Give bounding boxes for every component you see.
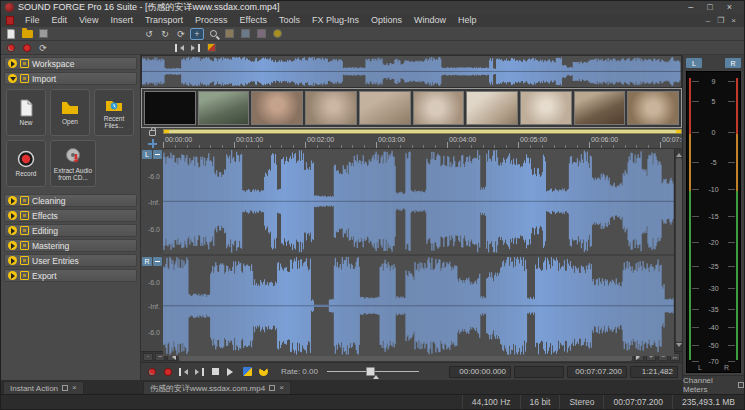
sidebar-section-workspace[interactable]: Workspace — [4, 57, 137, 70]
menu-file[interactable]: File — [19, 14, 46, 27]
position-display[interactable]: 00:00:00.000 — [449, 366, 511, 378]
vertical-scrollbar[interactable] — [674, 149, 682, 351]
length-field[interactable]: 00:07:07.200 — [603, 395, 672, 409]
video-thumbnail[interactable] — [305, 91, 357, 125]
zoom-ratio-display[interactable]: 1:21,482 — [630, 366, 678, 378]
length-display[interactable]: 00:07:07.200 — [567, 366, 627, 378]
maximize-button[interactable]: □ — [707, 1, 712, 14]
video-thumbnail[interactable] — [198, 91, 250, 125]
sample-rate-field[interactable]: 44,100 Hz — [462, 395, 520, 409]
remote-record-toggle[interactable] — [4, 42, 18, 54]
edit-tool-button[interactable]: + — [190, 28, 204, 40]
minimize-channel-button[interactable] — [153, 150, 162, 159]
meter-left-button[interactable]: L — [686, 58, 702, 68]
move-cross-icon[interactable] — [148, 139, 157, 148]
loop-region[interactable] — [163, 129, 682, 134]
loop-playback-button[interactable] — [257, 365, 270, 378]
minimize-button[interactable]: – — [688, 1, 693, 14]
open-file-button[interactable] — [20, 28, 34, 40]
menu-window[interactable]: Window — [408, 14, 452, 27]
channels-field[interactable]: Stereo — [559, 395, 603, 409]
remote-record-button[interactable] — [270, 28, 284, 40]
video-thumbnail[interactable] — [627, 91, 679, 125]
save-button[interactable] — [36, 28, 50, 40]
extract-audio-button[interactable]: Extract Audio from CD... — [50, 140, 96, 187]
minimize-channel-button[interactable] — [153, 257, 162, 266]
sidebar-section-export[interactable]: Export — [4, 269, 137, 282]
channel-meters-title[interactable]: Channel Meters — [683, 375, 744, 394]
sidebar-section-effects[interactable]: Effects — [4, 209, 137, 222]
video-thumbnail[interactable] — [466, 91, 518, 125]
selection-display[interactable] — [514, 366, 564, 378]
envelope-tool-button[interactable] — [238, 28, 252, 40]
doc-minimize-button[interactable]: – — [706, 16, 710, 25]
record-remote-button[interactable] — [145, 365, 158, 378]
menu-options[interactable]: Options — [365, 14, 408, 27]
overview-waveform[interactable] — [141, 55, 682, 88]
go-to-start-toolbar-button[interactable] — [172, 42, 186, 54]
recent-files-button[interactable]: Recent Files... — [94, 89, 134, 136]
float-window-icon[interactable] — [738, 382, 744, 388]
doc-close-button[interactable]: × — [731, 16, 736, 25]
marker-tool-button[interactable] — [204, 42, 218, 54]
magnify-tool-button[interactable] — [206, 28, 220, 40]
close-icon[interactable]: × — [72, 384, 77, 392]
sidebar-section-editing[interactable]: Editing — [4, 224, 137, 237]
redo-button[interactable]: ↻ — [158, 28, 172, 40]
video-thumbnail[interactable] — [251, 91, 303, 125]
vertical-scroll-thumb[interactable] — [676, 158, 682, 342]
stop-button[interactable] — [209, 365, 222, 378]
time-ruler[interactable]: 00:00:0000:01:0000:02:0000:03:0000:04:00… — [163, 135, 682, 149]
menu-transport[interactable]: Transport — [139, 14, 189, 27]
record-toolbar-button[interactable] — [20, 42, 34, 54]
right-channel-badge[interactable]: R — [142, 257, 152, 266]
doc-restore-button[interactable]: ❐ — [717, 16, 724, 25]
play-clipboard-button[interactable] — [241, 365, 254, 378]
menu-help[interactable]: Help — [452, 14, 483, 27]
rate-slider[interactable] — [327, 365, 419, 378]
video-thumbnail[interactable] — [359, 91, 411, 125]
video-thumbnail[interactable] — [144, 91, 196, 125]
file-tab[interactable]: 伤感的安详www.ssdax.com.mp4 × — [143, 381, 291, 394]
go-to-end-toolbar-button[interactable] — [188, 42, 202, 54]
record-button[interactable]: Record — [6, 140, 46, 187]
waveform-left-channel[interactable] — [163, 149, 674, 254]
rate-display[interactable]: Rate: 0.00 — [281, 367, 318, 376]
menu-effects[interactable]: Effects — [234, 14, 273, 27]
float-window-icon[interactable] — [62, 385, 68, 391]
close-icon[interactable]: × — [279, 384, 284, 392]
menu-edit[interactable]: Edit — [46, 14, 74, 27]
video-thumbnail[interactable] — [413, 91, 465, 125]
sidebar-section-import[interactable]: Import — [4, 72, 137, 85]
menu-tools[interactable]: Tools — [273, 14, 306, 27]
scroll-up-icon[interactable] — [676, 150, 682, 157]
go-to-start-button[interactable] — [177, 365, 190, 378]
scroll-down-icon[interactable] — [676, 343, 682, 350]
waveform-right-channel[interactable] — [163, 256, 674, 356]
go-to-end-button[interactable] — [193, 365, 206, 378]
loop-region-bar[interactable] — [163, 128, 682, 135]
bit-depth-field[interactable]: 16 bit — [520, 395, 560, 409]
loop-toolbar-button[interactable]: ⟳ — [36, 42, 50, 54]
menu-process[interactable]: Process — [189, 14, 234, 27]
event-tool-button[interactable] — [254, 28, 268, 40]
sidebar-section-cleaning[interactable]: Cleaning — [4, 194, 137, 207]
undo-button[interactable]: ↺ — [142, 28, 156, 40]
play-button[interactable] — [225, 365, 238, 378]
meter-right-button[interactable]: R — [725, 58, 741, 68]
left-channel-badge[interactable]: L — [142, 150, 152, 159]
menu-fx-plugins[interactable]: FX Plug-Ins — [306, 14, 365, 27]
sidebar-section-user-entries[interactable]: User Entries — [4, 254, 137, 267]
float-window-icon[interactable] — [269, 385, 275, 391]
video-thumbnail[interactable] — [574, 91, 626, 125]
repeat-button[interactable]: ⟳ — [174, 28, 188, 40]
instant-action-tab[interactable]: Instant Action × — [3, 381, 84, 394]
menu-insert[interactable]: Insert — [104, 14, 139, 27]
menu-view[interactable]: View — [73, 14, 104, 27]
video-thumbnail[interactable] — [520, 91, 572, 125]
sidebar-section-mastering[interactable]: Mastering — [4, 239, 137, 252]
record-button[interactable] — [161, 365, 174, 378]
pencil-tool-button[interactable] — [222, 28, 236, 40]
lock-icon[interactable] — [149, 130, 156, 136]
open-button[interactable]: Open — [50, 89, 90, 136]
